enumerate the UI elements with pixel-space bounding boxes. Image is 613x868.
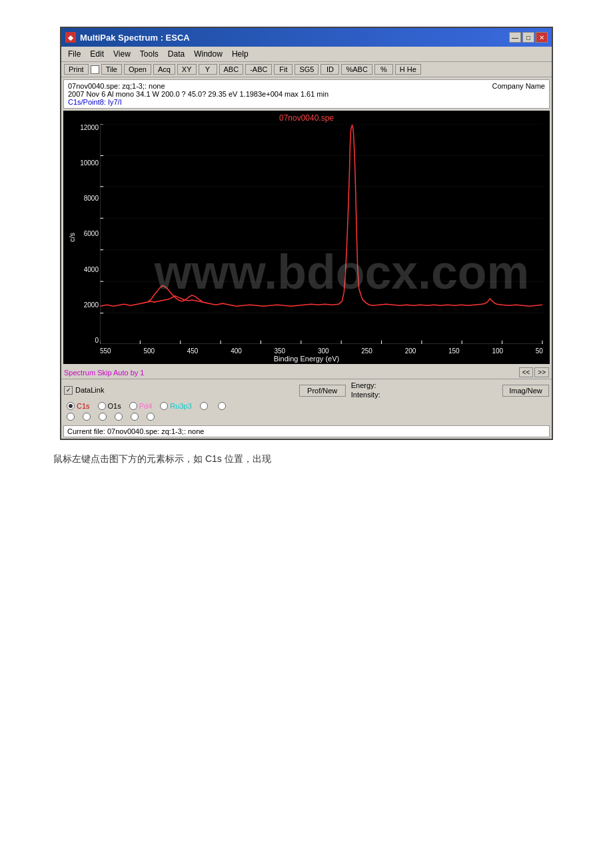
imag-new-button[interactable]: Imag/New — [502, 385, 549, 397]
fit-button[interactable]: Fit — [274, 64, 293, 75]
menu-file[interactable]: File — [64, 48, 85, 60]
sg5-button[interactable]: SG5 — [295, 64, 318, 75]
menu-data[interactable]: Data — [164, 48, 189, 60]
x-label-550: 550 — [100, 347, 111, 355]
info-line3: C1s/Point8: Iy7/I — [68, 98, 545, 106]
radio-r2-1[interactable] — [67, 413, 75, 421]
info-line2: 2007 Nov 6 Al mono 34.1 W 200.0 ? 45.0? … — [68, 90, 545, 98]
id-button[interactable]: ID — [320, 64, 339, 75]
y-label-10000: 10000 — [80, 159, 99, 167]
x-axis-labels: 550 500 450 400 350 300 250 200 150 100 … — [100, 347, 543, 355]
print-button[interactable]: Print — [64, 64, 89, 75]
controls-area: ✓ DataLink Prof/New Energy: Intensity: I… — [61, 379, 552, 424]
radio-o1s[interactable]: O1s — [98, 402, 121, 410]
radio-pd4-label: Pd4 — [139, 402, 153, 410]
current-file-bar: Current file: 07nov0040.spe: zq:1-3;: no… — [63, 425, 550, 437]
abc-button[interactable]: ABC — [219, 64, 244, 75]
radio-r2-2[interactable] — [83, 413, 91, 421]
chart-title: 07nov0040.spe — [63, 113, 550, 123]
svg-text:www.bdocx.com: www.bdocx.com — [154, 245, 529, 299]
menu-tools[interactable]: Tools — [136, 48, 163, 60]
imag-new-group: Imag/New — [502, 384, 549, 397]
prof-new-button[interactable]: Prof/New — [299, 385, 346, 397]
radio-r2-3[interactable] — [99, 413, 107, 421]
chart-area: 07nov0040.spe c/s 12000 10000 8000 6000 … — [63, 111, 550, 364]
radio-ru3p3-label: Ru3p3 — [170, 402, 191, 410]
current-file-text: Current file: 07nov0040.spe: zq:1-3;: no… — [67, 427, 204, 435]
title-bar-buttons: — □ ✕ — [509, 32, 548, 43]
menu-edit[interactable]: Edit — [86, 48, 108, 60]
y-label-2000: 2000 — [84, 301, 99, 309]
xy-button[interactable]: XY — [177, 64, 197, 75]
x-axis-title: Binding Energy (eV) — [63, 355, 550, 363]
open-button[interactable]: Open — [124, 64, 151, 75]
intensity-label: Intensity: — [351, 391, 388, 399]
x-label-50: 50 — [536, 347, 543, 355]
radio-r2-3-circle[interactable] — [99, 413, 107, 421]
nav-next-button[interactable]: >> — [534, 367, 549, 377]
radio-r2-5[interactable] — [131, 413, 139, 421]
pct-abc-button[interactable]: %ABC — [341, 64, 372, 75]
menu-help[interactable]: Help — [228, 48, 253, 60]
nav-prev-button[interactable]: << — [519, 367, 534, 377]
radio-6[interactable] — [218, 402, 228, 410]
company-name: Company Name — [492, 82, 545, 90]
tile-checkbox[interactable] — [91, 65, 99, 74]
radio-5[interactable] — [200, 402, 210, 410]
y-axis-labels: 12000 10000 8000 6000 4000 2000 0 — [69, 124, 99, 344]
neg-abc-button[interactable]: -ABC — [245, 64, 272, 75]
info-line1: 07nov0040.spe: zq;1-3;: none Company Nam… — [68, 82, 545, 90]
radio-pd4-circle[interactable] — [129, 402, 137, 410]
pct-button[interactable]: % — [374, 64, 393, 75]
right-buttons: Prof/New Energy: Intensity: — [299, 381, 388, 399]
x-label-500: 500 — [143, 347, 155, 355]
menu-window[interactable]: Window — [190, 48, 227, 60]
file-info: 07nov0040.spe: zq;1-3;: none — [68, 82, 165, 90]
radio-row-1: C1s O1s Pd4 Ru3p3 — [64, 401, 549, 411]
app-icon: ◆ — [65, 32, 76, 43]
maximize-button[interactable]: □ — [522, 32, 534, 43]
radio-r2-2-circle[interactable] — [83, 413, 91, 421]
radio-o1s-circle[interactable] — [98, 402, 106, 410]
acq-button[interactable]: Acq — [153, 64, 175, 75]
radio-5-circle[interactable] — [200, 402, 208, 410]
minimize-button[interactable]: — — [509, 32, 521, 43]
radio-6-circle[interactable] — [218, 402, 226, 410]
radio-ru3p3[interactable]: Ru3p3 — [160, 402, 191, 410]
x-label-200: 200 — [405, 347, 416, 355]
radio-r2-4-circle[interactable] — [115, 413, 123, 421]
datalink-label: DataLink — [75, 386, 104, 394]
y-label-8000: 8000 — [84, 195, 99, 202]
y-label-0: 0 — [95, 337, 99, 344]
close-button[interactable]: ✕ — [536, 32, 548, 43]
y-label-12000: 12000 — [80, 124, 99, 131]
x-label-350: 350 — [275, 347, 286, 355]
radio-r2-6[interactable] — [147, 413, 155, 421]
radio-r2-6-circle[interactable] — [147, 413, 155, 421]
datalink-row: ✓ DataLink — [64, 386, 104, 395]
radio-c1s[interactable]: C1s — [67, 402, 90, 410]
x-label-400: 400 — [231, 347, 242, 355]
energy-row: Energy: — [351, 381, 388, 389]
radio-c1s-circle[interactable] — [67, 402, 75, 410]
radio-r2-1-circle[interactable] — [67, 413, 75, 421]
radio-ru3p3-circle[interactable] — [160, 402, 168, 410]
radio-r2-4[interactable] — [115, 413, 123, 421]
hhe-button[interactable]: H He — [395, 64, 421, 75]
title-bar: ◆ MultiPak Spectrum : ESCA — □ ✕ — [61, 28, 552, 47]
radio-r2-5-circle[interactable] — [131, 413, 139, 421]
radio-pd4[interactable]: Pd4 — [129, 402, 153, 410]
status-bar: Spectrum Skip Auto by 1 << >> — [61, 366, 552, 379]
radio-c1s-label: C1s — [77, 402, 90, 410]
intensity-row: Intensity: — [351, 391, 388, 399]
y-button[interactable]: Y — [199, 64, 217, 75]
datalink-checkbox[interactable]: ✓ — [64, 386, 73, 395]
controls-row1: ✓ DataLink Prof/New Energy: Intensity: I… — [64, 381, 549, 399]
bottom-instruction: 鼠标左键点击图下方的元素标示，如 C1s 位置，出现 — [53, 453, 271, 464]
tile-button[interactable]: Tile — [101, 64, 122, 75]
x-label-100: 100 — [492, 347, 503, 355]
x-label-150: 150 — [448, 347, 460, 355]
info-bar: 07nov0040.spe: zq;1-3;: none Company Nam… — [63, 79, 550, 109]
energy-area: Energy: Intensity: — [351, 381, 388, 399]
menu-view[interactable]: View — [109, 48, 135, 60]
